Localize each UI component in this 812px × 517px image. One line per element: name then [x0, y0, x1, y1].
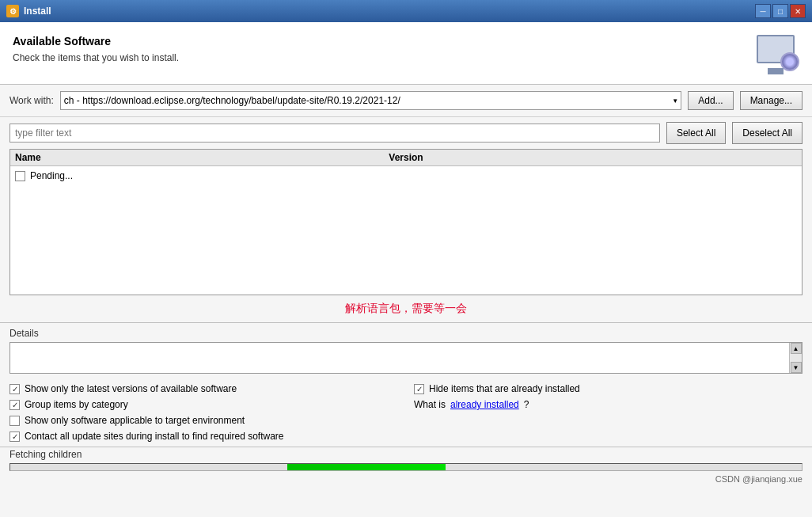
option-already-installed: What is already installed ? [414, 399, 803, 410]
item-checkbox[interactable] [15, 171, 25, 181]
app-icon: ⚙ [6, 5, 19, 17]
options-section: Show only the latest versions of availab… [0, 378, 812, 447]
filter-input[interactable] [9, 124, 660, 143]
option-contact-sites-label: Contact all update sites during install … [25, 431, 284, 442]
header-section: Available Software Check the items that … [0, 22, 812, 85]
window-controls: ─ □ ✕ [755, 4, 806, 18]
item-name: Pending... [30, 170, 73, 181]
column-id-header [484, 152, 797, 163]
scroll-down-arrow[interactable]: ▼ [791, 362, 802, 373]
option-target-env: Show only software applicable to target … [9, 415, 398, 426]
option-target-env-label: Show only software applicable to target … [25, 415, 245, 426]
column-name-header: Name [15, 152, 328, 163]
minimize-button[interactable]: ─ [755, 4, 771, 18]
details-label: Details [9, 328, 803, 339]
option-contact-sites: Contact all update sites during install … [9, 431, 398, 442]
maximize-button[interactable]: □ [772, 4, 788, 18]
page-title: Available Software [13, 35, 179, 48]
progress-bar-container [9, 463, 803, 471]
options-left-column: Show only the latest versions of availab… [9, 383, 398, 442]
option-target-env-checkbox[interactable] [9, 416, 20, 426]
option-latest-versions-label: Show only the latest versions of availab… [25, 383, 237, 394]
status-bar: Fetching children [0, 447, 812, 462]
list-item: Pending... [15, 168, 797, 184]
header-icon [752, 35, 799, 74]
option-group-by-category-checkbox[interactable] [9, 400, 20, 410]
options-right-column: Hide items that are already installed Wh… [414, 383, 803, 442]
column-version-header: Version [328, 152, 484, 163]
status-message: 解析语言包，需要等一会 [0, 295, 812, 322]
software-list-container: Name Version Pending... [9, 149, 803, 295]
option-latest-versions-checkbox[interactable] [9, 384, 20, 394]
already-installed-link[interactable]: already installed [450, 399, 519, 410]
scroll-up-arrow[interactable]: ▲ [791, 343, 802, 354]
progress-bar-fill [287, 464, 446, 470]
details-section: Details ▲ ▼ [0, 323, 812, 378]
select-all-button[interactable]: Select All [666, 122, 726, 144]
add-button[interactable]: Add... [688, 91, 733, 110]
header-text: Available Software Check the items that … [13, 35, 179, 63]
option-group-by-category-label: Group items by category [25, 399, 128, 410]
deselect-all-button[interactable]: Deselect All [732, 122, 803, 144]
already-installed-suffix: ? [524, 399, 529, 410]
title-bar: ⚙ Install ─ □ ✕ [0, 0, 812, 22]
option-group-by-category: Group items by category [9, 399, 398, 410]
option-hide-installed-label: Hide items that are already installed [429, 383, 580, 394]
cd-icon [780, 52, 799, 71]
monitor-stand-icon [768, 68, 784, 74]
option-contact-sites-checkbox[interactable] [9, 431, 20, 442]
work-with-select-wrapper[interactable]: ch - https://download.eclipse.org/techno… [60, 91, 681, 110]
what-is-text: What is [414, 399, 446, 410]
watermark: CSDN @jianqiang.xue [0, 473, 812, 485]
page-description: Check the items that you wish to install… [13, 52, 179, 63]
work-with-select[interactable]: ch - https://download.eclipse.org/techno… [60, 91, 681, 110]
window-title: Install [24, 6, 755, 17]
manage-button[interactable]: Manage... [740, 91, 803, 110]
option-hide-installed-checkbox[interactable] [414, 384, 424, 394]
work-with-label: Work with: [9, 95, 54, 106]
list-header: Name Version [10, 150, 802, 166]
main-content: Available Software Check the items that … [0, 22, 812, 517]
option-latest-versions: Show only the latest versions of availab… [9, 383, 398, 394]
filter-row: Select All Deselect All [0, 117, 812, 149]
status-text: Fetching children [9, 449, 82, 460]
details-box: ▲ ▼ [9, 342, 803, 374]
option-hide-installed: Hide items that are already installed [414, 383, 803, 394]
close-button[interactable]: ✕ [790, 4, 806, 18]
list-body: Pending... [10, 166, 802, 295]
details-scrollbar: ▲ ▼ [789, 343, 802, 373]
work-with-row: Work with: ch - https://download.eclipse… [0, 85, 812, 117]
